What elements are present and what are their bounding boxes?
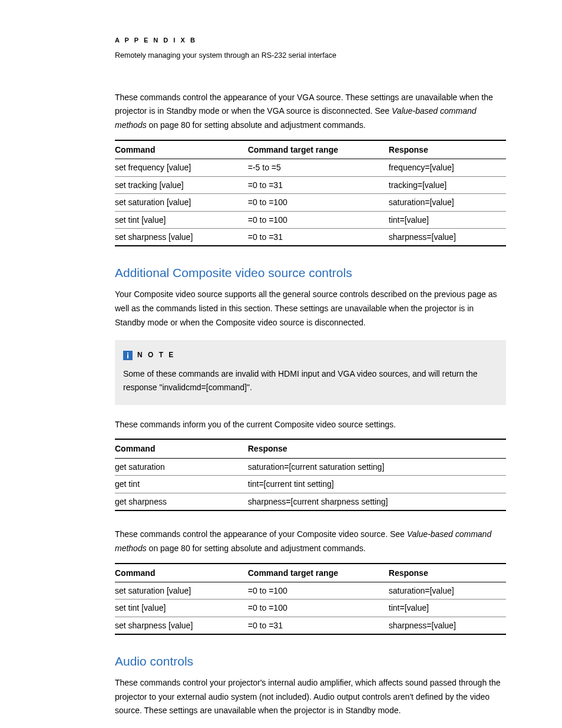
table-row: set sharpness [value]=0 to =31sharpness=… [115,617,506,634]
table-row: set frequency [value]=-5 to =5frequency=… [115,159,506,176]
intro-paragraph: These commands control the appearance of… [115,91,506,133]
composite-paragraph: Your Composite video source supports all… [115,288,506,330]
table-header: Response [389,140,506,159]
vga-commands-table: Command Command target range Response se… [115,140,506,246]
note-header: N O T E [123,350,498,361]
p-text-b: on page 80 for setting absolute and adju… [147,543,366,553]
table-header: Response [389,564,506,582]
note-box: N O T E Some of these commands are inval… [115,340,506,404]
svg-rect-2 [127,354,128,358]
table-row: set saturation [value]=0 to =100saturati… [115,582,506,599]
table-header: Command [115,439,248,458]
table-row: get saturationsaturation=[current satura… [115,458,506,475]
table-header: Command [115,140,248,159]
svg-rect-1 [127,353,128,354]
table-header: Command target range [248,140,389,159]
p-text-a: These commands control the appearance of… [115,529,407,539]
audio-paragraph: These commands control your projector's … [115,676,506,718]
info-icon [123,351,133,360]
audio-controls-heading: Audio controls [115,651,506,671]
composite-get-paragraph: These commands inform you of the current… [115,418,506,432]
table-header: Command target range [248,564,389,582]
header-subtitle: Remotely managing your system through an… [115,50,506,61]
table-row: set saturation [value]=0 to =100saturati… [115,194,506,211]
intro-text-b: on page 80 for setting absolute and adju… [147,120,366,130]
note-label: N O T E [137,350,175,361]
composite-set-table: Command Command target range Response se… [115,563,506,635]
appendix-label: A P P E N D I X B [115,35,506,46]
composite-get-table: Command Response get saturationsaturatio… [115,439,506,511]
table-row: get sharpnesssharpness=[current sharpnes… [115,493,506,510]
table-row: set sharpness [value]=0 to =31sharpness=… [115,228,506,246]
table-header: Response [248,439,506,458]
table-row: set tint [value]=0 to =100tint=[value] [115,211,506,228]
table-row: set tracking [value]=0 to =31tracking=[v… [115,176,506,193]
table-row: set tint [value]=0 to =100tint=[value] [115,599,506,617]
note-body: Some of these commands are invalid with … [123,367,498,394]
table-row: get tinttint=[current tint setting] [115,476,506,493]
composite-set-paragraph: These commands control the appearance of… [115,528,506,556]
composite-controls-heading: Additional Composite video source contro… [115,263,506,283]
table-header: Command [115,564,248,582]
